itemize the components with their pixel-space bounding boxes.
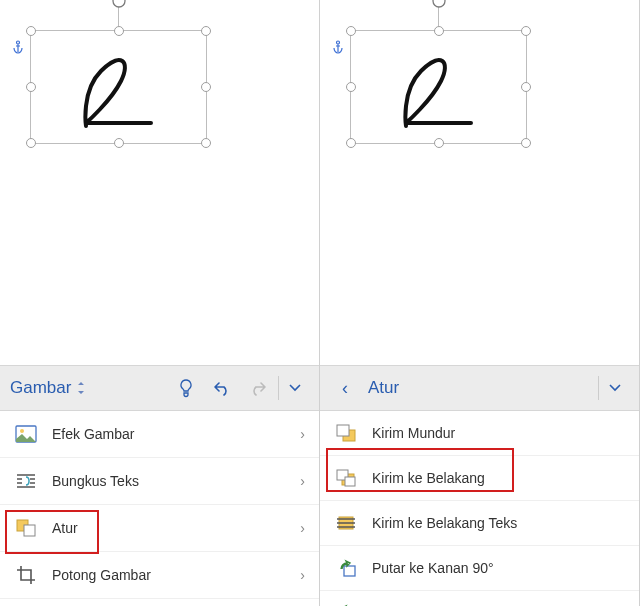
resize-handle-tr[interactable] (521, 26, 531, 36)
rotation-stem (438, 7, 439, 26)
svg-rect-10 (345, 477, 355, 486)
resize-handle-bm[interactable] (114, 138, 124, 148)
svg-point-5 (433, 0, 445, 7)
anchor-icon (12, 40, 24, 54)
picture-toolbar: Gambar (0, 365, 319, 411)
resize-handle-tm[interactable] (434, 26, 444, 36)
menu-item-potong-gambar[interactable]: Potong Gambar › (0, 552, 319, 599)
svg-rect-4 (24, 525, 35, 536)
rotate-right-icon (334, 556, 358, 580)
resize-handle-ml[interactable] (346, 82, 356, 92)
signature-image (31, 31, 206, 143)
svg-point-0 (113, 0, 125, 7)
menu-label: Potong Gambar (52, 567, 300, 583)
toolbar-title[interactable]: Gambar (10, 378, 71, 398)
toolbar-separator (598, 376, 599, 400)
behind-text-icon (334, 511, 358, 535)
redo-icon[interactable] (240, 370, 276, 406)
chevron-right-icon: › (300, 520, 305, 536)
resize-handle-tm[interactable] (114, 26, 124, 36)
resize-handle-bm[interactable] (434, 138, 444, 148)
menu-label: Putar ke Kanan 90° (372, 560, 625, 576)
menu-item-putar-kiri[interactable]: Putar ke Kiri 90° (320, 591, 639, 606)
toolbar-collapse[interactable] (601, 384, 629, 392)
rotation-stem (118, 7, 119, 26)
resize-handle-mr[interactable] (201, 82, 211, 92)
chevron-right-icon: › (300, 567, 305, 583)
arrange-icon (14, 516, 38, 540)
back-button[interactable]: ‹ (330, 378, 360, 399)
toolbar-collapse[interactable] (281, 384, 309, 392)
resize-handle-tl[interactable] (26, 26, 36, 36)
resize-handle-bl[interactable] (346, 138, 356, 148)
crop-icon (14, 563, 38, 587)
menu-item-atur[interactable]: Atur › (0, 505, 319, 552)
resize-handle-bl[interactable] (26, 138, 36, 148)
resize-handle-ml[interactable] (26, 82, 36, 92)
menu-label: Kirim Mundur (372, 425, 625, 441)
arrange-menu: Kirim Mundur Kirim ke Belakang Kirim ke … (320, 411, 639, 606)
send-to-back-icon (334, 466, 358, 490)
svg-rect-12 (344, 566, 355, 576)
menu-item-kirim-ke-belakang[interactable]: Kirim ke Belakang (320, 456, 639, 501)
picture-menu: Efek Gambar › Bungkus Teks › Atur › (0, 411, 319, 606)
resize-handle-br[interactable] (521, 138, 531, 148)
chevron-right-icon: › (300, 426, 305, 442)
resize-handle-mr[interactable] (521, 82, 531, 92)
menu-label: Kirim ke Belakang (372, 470, 625, 486)
resize-handle-tr[interactable] (201, 26, 211, 36)
image-effect-icon (14, 422, 38, 446)
menu-label: Bungkus Teks (52, 473, 300, 489)
document-canvas[interactable] (0, 0, 319, 365)
menu-label: Atur (52, 520, 300, 536)
chevron-right-icon: › (300, 473, 305, 489)
send-back-icon (334, 421, 358, 445)
menu-label: Kirim ke Belakang Teks (372, 515, 625, 531)
menu-item-kirim-ke-belakang-teks[interactable]: Kirim ke Belakang Teks (320, 501, 639, 546)
arrange-toolbar: ‹ Atur (320, 365, 639, 411)
undo-icon[interactable] (204, 370, 240, 406)
rotation-handle[interactable] (431, 0, 447, 9)
toolbar-separator (278, 376, 279, 400)
selected-picture[interactable] (350, 30, 527, 144)
menu-item-efek-gambar[interactable]: Efek Gambar › (0, 411, 319, 458)
document-canvas[interactable] (320, 0, 639, 365)
svg-rect-7 (337, 425, 349, 436)
menu-item-bungkus-teks[interactable]: Bungkus Teks › (0, 458, 319, 505)
menu-item-putar-kanan[interactable]: Putar ke Kanan 90° (320, 546, 639, 591)
anchor-icon (332, 40, 344, 54)
toolbar-title: Atur (368, 378, 399, 398)
resize-handle-tl[interactable] (346, 26, 356, 36)
menu-item-kirim-mundur[interactable]: Kirim Mundur (320, 411, 639, 456)
signature-image (351, 31, 526, 143)
rotate-left-icon (334, 601, 358, 606)
svg-point-2 (20, 429, 24, 433)
wrap-text-icon (14, 469, 38, 493)
resize-handle-br[interactable] (201, 138, 211, 148)
selected-picture[interactable] (30, 30, 207, 144)
title-sort-icon[interactable] (75, 381, 87, 395)
bulb-icon[interactable] (168, 370, 204, 406)
rotation-handle[interactable] (111, 0, 127, 9)
menu-label: Efek Gambar (52, 426, 300, 442)
